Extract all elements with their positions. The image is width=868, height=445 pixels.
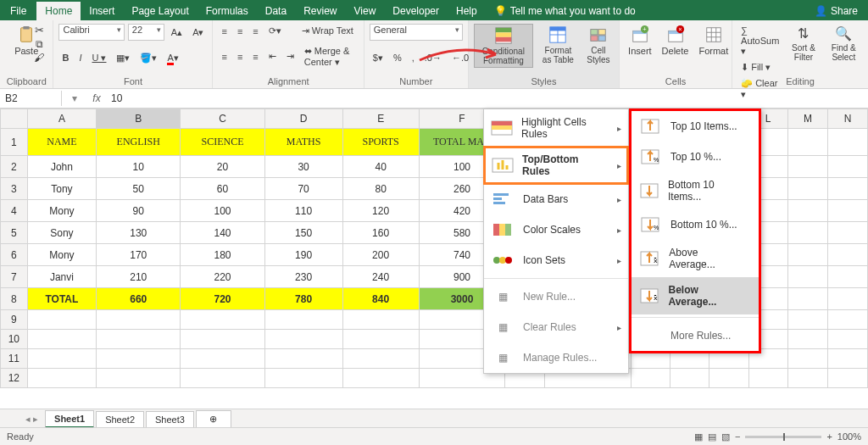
cell[interactable] <box>787 266 827 288</box>
view-page-break-icon[interactable]: ▧ <box>721 431 730 442</box>
cell[interactable] <box>787 330 827 349</box>
cell[interactable] <box>342 349 419 369</box>
total-cell[interactable]: 840 <box>342 288 419 310</box>
align-left-icon[interactable]: ≡ <box>218 50 230 64</box>
cell[interactable] <box>828 266 868 288</box>
view-normal-icon[interactable]: ▦ <box>694 431 703 442</box>
cell[interactable] <box>787 310 827 330</box>
cell[interactable] <box>828 200 868 222</box>
cell[interactable] <box>342 369 419 388</box>
cell[interactable]: Mony <box>27 200 96 222</box>
cell[interactable] <box>181 369 264 388</box>
cell[interactable] <box>27 369 96 388</box>
cell[interactable] <box>828 244 868 266</box>
cell[interactable]: 130 <box>97 222 181 244</box>
menu-highlight-rules[interactable]: Highlight Cells Rules▸ <box>484 109 628 147</box>
cell[interactable] <box>342 330 419 349</box>
view-page-layout-icon[interactable]: ▤ <box>708 431 716 442</box>
sort-filter-button[interactable]: ⇅Sort & Filter <box>786 24 821 64</box>
percent-format-icon[interactable]: % <box>390 51 405 64</box>
cell[interactable]: 120 <box>342 200 419 222</box>
cell[interactable] <box>828 222 868 244</box>
cell[interactable] <box>342 310 419 330</box>
row-header[interactable]: 2 <box>1 156 28 178</box>
header-cell[interactable]: SPORTS <box>342 129 419 156</box>
cell[interactable] <box>97 310 181 330</box>
cell[interactable]: 10 <box>97 156 181 178</box>
cell[interactable] <box>97 369 181 388</box>
cell[interactable] <box>97 330 181 349</box>
submenu-bottom-10-percent[interactable]: %Bottom 10 %... <box>632 209 759 240</box>
cell[interactable] <box>828 288 868 310</box>
border-button[interactable]: ▦▾ <box>113 51 133 65</box>
cell[interactable]: 20 <box>181 156 264 178</box>
insert-cells-button[interactable]: +Insert <box>625 24 655 58</box>
cell[interactable] <box>709 369 748 388</box>
increase-decimal-icon[interactable]: .0→ <box>421 51 445 64</box>
cell[interactable] <box>828 349 868 369</box>
tab-help[interactable]: Help <box>448 2 486 20</box>
zoom-level[interactable]: 100% <box>837 431 861 442</box>
cell[interactable] <box>787 156 827 178</box>
tab-insert[interactable]: Insert <box>81 2 123 20</box>
cell[interactable]: 220 <box>181 266 264 288</box>
sheet-tab-1[interactable]: Sheet1 <box>45 410 94 428</box>
cell[interactable] <box>828 156 868 178</box>
find-select-button[interactable]: 🔍Find & Select <box>825 24 863 64</box>
menu-color-scales[interactable]: Color Scales▸ <box>484 214 628 245</box>
cell[interactable]: 30 <box>264 156 342 178</box>
cell[interactable]: 200 <box>342 244 419 266</box>
cell[interactable]: 80 <box>342 178 419 200</box>
delete-cells-button[interactable]: ×Delete <box>659 24 693 58</box>
cell[interactable] <box>787 369 827 388</box>
menu-data-bars[interactable]: Data Bars▸ <box>484 184 628 214</box>
row-header[interactable]: 3 <box>1 178 28 200</box>
row-header[interactable]: 8 <box>1 288 28 310</box>
cell[interactable]: 180 <box>181 244 264 266</box>
name-box[interactable]: B2 <box>0 91 62 106</box>
header-cell[interactable]: NAME <box>27 129 96 156</box>
cut-icon[interactable]: ✂ <box>35 24 44 36</box>
cell[interactable] <box>181 310 264 330</box>
underline-button[interactable]: U ▾ <box>88 51 109 65</box>
sheet-tab-3[interactable]: Sheet3 <box>146 411 194 427</box>
zoom-out-icon[interactable]: − <box>735 431 740 442</box>
cell[interactable]: 140 <box>181 222 264 244</box>
align-top-icon[interactable]: ≡ <box>218 25 230 38</box>
row-header[interactable]: 11 <box>1 349 28 369</box>
cell[interactable] <box>264 310 342 330</box>
number-format-select[interactable]: General <box>370 24 463 41</box>
tab-developer[interactable]: Developer <box>384 2 448 20</box>
cell[interactable] <box>828 369 868 388</box>
conditional-formatting-button[interactable]: Conditional Formatting <box>474 24 533 68</box>
cell[interactable]: 240 <box>342 266 419 288</box>
comma-format-icon[interactable]: , <box>409 51 418 64</box>
wrap-text-button[interactable]: ⇥ Wrap Text <box>298 24 357 38</box>
font-name-select[interactable]: Calibri <box>58 24 124 41</box>
cell-styles-button[interactable]: Cell Styles <box>583 24 614 66</box>
font-size-select[interactable]: 22 <box>128 24 164 41</box>
decrease-font-icon[interactable]: A▾ <box>189 25 207 40</box>
col-header-M[interactable]: M <box>787 109 827 129</box>
align-middle-icon[interactable]: ≡ <box>234 25 246 38</box>
cell[interactable] <box>828 129 868 156</box>
cell[interactable]: 90 <box>97 200 181 222</box>
decrease-indent-icon[interactable]: ⇤ <box>265 49 280 64</box>
align-center-icon[interactable]: ≡ <box>234 50 246 64</box>
align-right-icon[interactable]: ≡ <box>249 50 261 64</box>
merge-center-button[interactable]: ⬌ Merge & Center ▾ <box>301 44 359 70</box>
cell[interactable] <box>787 200 827 222</box>
tab-page-layout[interactable]: Page Layout <box>123 2 197 20</box>
col-header-N[interactable]: N <box>828 109 868 129</box>
format-as-table-button[interactable]: Format as Table <box>537 24 580 66</box>
tab-home[interactable]: Home <box>36 2 81 20</box>
cell[interactable] <box>97 349 181 369</box>
copy-icon[interactable]: ⧉ <box>36 38 43 50</box>
share-button[interactable]: 👤 Share <box>804 2 868 20</box>
cell[interactable]: 230 <box>264 266 342 288</box>
cell[interactable]: 170 <box>97 244 181 266</box>
autosum-button[interactable]: ∑ AutoSum ▾ <box>737 24 782 58</box>
accounting-format-icon[interactable]: $▾ <box>370 51 387 65</box>
cell[interactable] <box>264 369 342 388</box>
col-header-E[interactable]: E <box>342 109 419 129</box>
